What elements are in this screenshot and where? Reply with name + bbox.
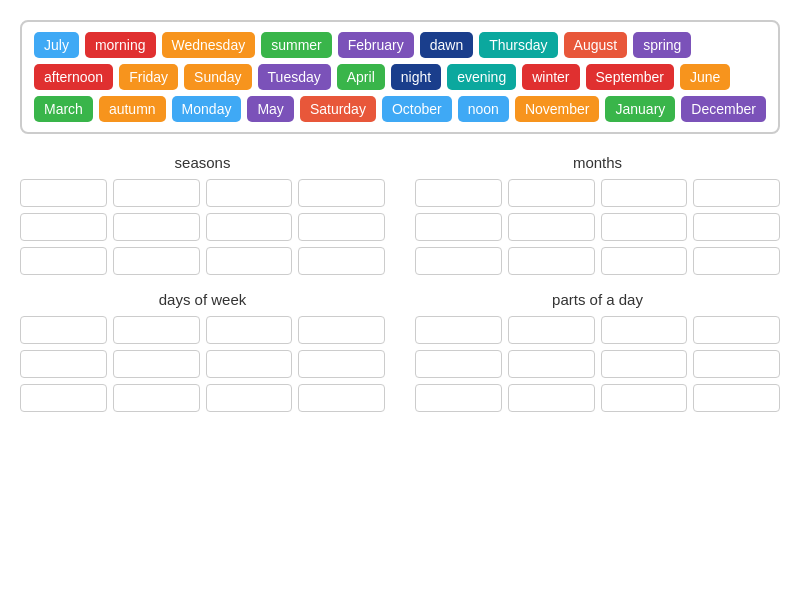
word-tag-winter[interactable]: winter — [522, 64, 579, 90]
drop-cell[interactable] — [693, 247, 780, 275]
drop-cell[interactable] — [206, 247, 293, 275]
word-tag-friday[interactable]: Friday — [119, 64, 178, 90]
drop-cell[interactable] — [20, 350, 107, 378]
seasons-category: seasons — [20, 154, 385, 275]
drop-cell[interactable] — [113, 350, 200, 378]
drop-cell[interactable] — [298, 316, 385, 344]
word-tag-october[interactable]: October — [382, 96, 452, 122]
drop-cell[interactable] — [508, 350, 595, 378]
word-tag-may[interactable]: May — [247, 96, 293, 122]
word-tag-january[interactable]: January — [605, 96, 675, 122]
days-category: days of week — [20, 291, 385, 412]
parts-category: parts of a day — [415, 291, 780, 412]
days-grid — [20, 316, 385, 412]
drop-cell[interactable] — [693, 350, 780, 378]
drop-cell[interactable] — [415, 350, 502, 378]
word-tag-autumn[interactable]: autumn — [99, 96, 166, 122]
row-top: seasons months — [20, 154, 780, 275]
drop-cell[interactable] — [508, 213, 595, 241]
drop-cell[interactable] — [415, 247, 502, 275]
word-tag-night[interactable]: night — [391, 64, 441, 90]
word-tag-june[interactable]: June — [680, 64, 730, 90]
drop-cell[interactable] — [508, 247, 595, 275]
days-title: days of week — [20, 291, 385, 308]
word-tag-noon[interactable]: noon — [458, 96, 509, 122]
drop-cell[interactable] — [206, 179, 293, 207]
drop-cell[interactable] — [601, 384, 688, 412]
parts-grid — [415, 316, 780, 412]
drop-cell[interactable] — [298, 247, 385, 275]
word-tag-dawn[interactable]: dawn — [420, 32, 473, 58]
seasons-grid — [20, 179, 385, 275]
drop-cell[interactable] — [20, 247, 107, 275]
months-title: months — [415, 154, 780, 171]
months-grid — [415, 179, 780, 275]
drop-cell[interactable] — [206, 316, 293, 344]
drop-cell[interactable] — [298, 213, 385, 241]
word-tag-august[interactable]: August — [564, 32, 628, 58]
word-tag-wednesday[interactable]: Wednesday — [162, 32, 256, 58]
drop-cell[interactable] — [298, 350, 385, 378]
drop-cell[interactable] — [601, 213, 688, 241]
drop-cell[interactable] — [298, 384, 385, 412]
drop-cell[interactable] — [601, 316, 688, 344]
drop-cell[interactable] — [693, 384, 780, 412]
drop-cell[interactable] — [206, 213, 293, 241]
drop-cell[interactable] — [20, 213, 107, 241]
word-tag-march[interactable]: March — [34, 96, 93, 122]
drop-cell[interactable] — [601, 350, 688, 378]
drop-cell[interactable] — [415, 179, 502, 207]
drop-cell[interactable] — [601, 179, 688, 207]
word-tag-summer[interactable]: summer — [261, 32, 332, 58]
drop-cell[interactable] — [113, 179, 200, 207]
word-tag-monday[interactable]: Monday — [172, 96, 242, 122]
drop-cell[interactable] — [508, 384, 595, 412]
drop-cell[interactable] — [298, 179, 385, 207]
drop-cell[interactable] — [20, 179, 107, 207]
drop-cell[interactable] — [113, 213, 200, 241]
word-tag-july[interactable]: July — [34, 32, 79, 58]
word-tag-afternoon[interactable]: afternoon — [34, 64, 113, 90]
word-tag-saturday[interactable]: Saturday — [300, 96, 376, 122]
drop-cell[interactable] — [415, 384, 502, 412]
drop-cell[interactable] — [20, 316, 107, 344]
word-tag-evening[interactable]: evening — [447, 64, 516, 90]
drop-cell[interactable] — [693, 316, 780, 344]
drop-cell[interactable] — [415, 213, 502, 241]
drop-cell[interactable] — [20, 384, 107, 412]
drop-cell[interactable] — [206, 350, 293, 378]
categories-wrapper: seasons months days of week parts of a d… — [20, 154, 780, 412]
parts-title: parts of a day — [415, 291, 780, 308]
drop-cell[interactable] — [693, 213, 780, 241]
word-bank: JulymorningWednesdaysummerFebruarydawnTh… — [20, 20, 780, 134]
drop-cell[interactable] — [113, 247, 200, 275]
months-category: months — [415, 154, 780, 275]
word-tag-spring[interactable]: spring — [633, 32, 691, 58]
word-tag-february[interactable]: February — [338, 32, 414, 58]
word-tag-thursday[interactable]: Thursday — [479, 32, 557, 58]
drop-cell[interactable] — [206, 384, 293, 412]
row-bottom: days of week parts of a day — [20, 291, 780, 412]
drop-cell[interactable] — [415, 316, 502, 344]
word-tag-april[interactable]: April — [337, 64, 385, 90]
word-tag-november[interactable]: November — [515, 96, 600, 122]
word-tag-september[interactable]: September — [586, 64, 674, 90]
word-tag-tuesday[interactable]: Tuesday — [258, 64, 331, 90]
word-tag-sunday[interactable]: Sunday — [184, 64, 251, 90]
drop-cell[interactable] — [508, 316, 595, 344]
drop-cell[interactable] — [113, 384, 200, 412]
word-tag-morning[interactable]: morning — [85, 32, 156, 58]
word-tag-december[interactable]: December — [681, 96, 766, 122]
drop-cell[interactable] — [508, 179, 595, 207]
drop-cell[interactable] — [113, 316, 200, 344]
seasons-title: seasons — [20, 154, 385, 171]
drop-cell[interactable] — [693, 179, 780, 207]
main-container: JulymorningWednesdaysummerFebruarydawnTh… — [0, 0, 800, 422]
drop-cell[interactable] — [601, 247, 688, 275]
